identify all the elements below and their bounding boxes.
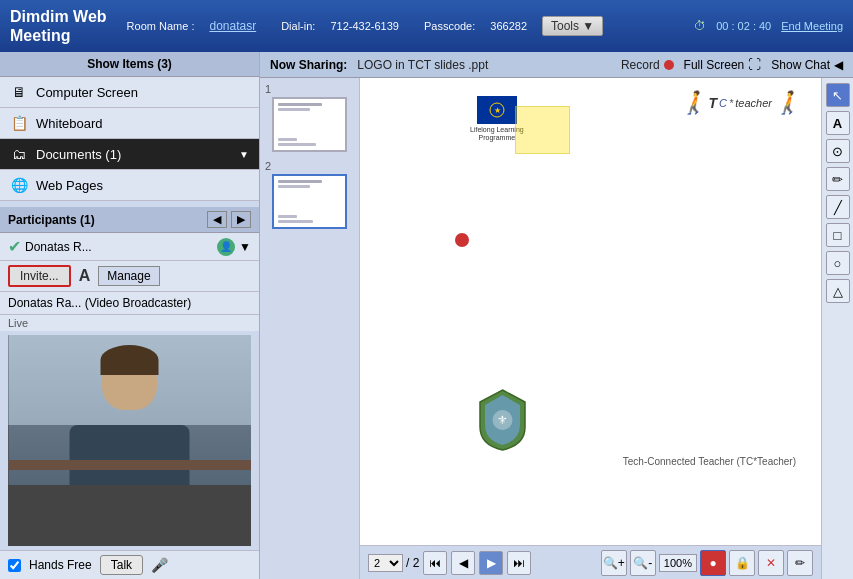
whiteboard-icon: 📋 (10, 114, 28, 132)
content-area: Now Sharing: LOGO in TCT slides .ppt Rec… (260, 52, 853, 579)
pencil-tool-button[interactable]: ✏ (826, 167, 850, 191)
monitor-icon: 🖥 (10, 83, 28, 101)
page-total: / 2 (406, 556, 419, 570)
slides-container: 1 2 (260, 78, 853, 579)
main-layout: Show Items (3) 🖥 Computer Screen 📋 White… (0, 52, 853, 579)
record-slide-button[interactable]: ● (700, 550, 726, 576)
passcode-label: Passcode: (424, 20, 475, 32)
timer-display: 00 : 02 : 40 (716, 20, 771, 32)
invite-label: Invite... (20, 269, 59, 283)
sidebar-item-whiteboard[interactable]: 📋 Whiteboard (0, 108, 259, 139)
video-section: Donatas Ra... (Video Broadcaster) Live (0, 292, 259, 579)
sidebar-item-label: Web Pages (36, 178, 103, 193)
header: Dimdim Web Meeting Room Name : donatasr … (0, 0, 853, 52)
bottom-right-tools: 🔍+ 🔍- 100% ● 🔒 ✕ ✏ (601, 550, 813, 576)
hands-free-row: Hands Free Talk 🎤 (0, 550, 259, 579)
select-tool-button[interactable]: ↖ (826, 83, 850, 107)
check-icon: ✔ (8, 237, 21, 256)
microphone-icon[interactable]: 🎤 (151, 557, 168, 573)
live-label: Live (0, 315, 259, 331)
thumbnail-2[interactable]: 2 (265, 160, 354, 229)
show-chat-button[interactable]: Show Chat ◀ (771, 58, 843, 72)
thumbnail-1[interactable]: 1 (265, 83, 354, 152)
rect-tool-button[interactable]: □ (826, 223, 850, 247)
circle-tool-button[interactable]: ○ (826, 251, 850, 275)
app-title-line2: Meeting (10, 27, 70, 44)
thumbnails-panel: 1 2 (260, 78, 360, 579)
right-toolbar: ↖ A ⊙ ✏ ╱ □ ○ △ (821, 78, 853, 579)
first-page-button[interactable]: ⏮ (423, 551, 447, 575)
participant-dropdown-icon[interactable]: ▼ (239, 240, 251, 254)
play-button[interactable]: ▶ (479, 551, 503, 575)
expand-icon: ▼ (239, 149, 249, 160)
participant-icons: 👤 ▼ (217, 238, 251, 256)
header-center: Room Name : donatasr Dial-in: 712-432-61… (127, 16, 675, 36)
page-selector: 2 1 / 2 (368, 554, 419, 572)
triangle-tool-button[interactable]: △ (826, 279, 850, 303)
thumb-num-1: 1 (265, 83, 271, 95)
participants-prev-button[interactable]: ◀ (207, 211, 227, 228)
zoom-in-button[interactable]: 🔍+ (601, 550, 627, 576)
slide-caption: Tech-Connected Teacher (TC*Teacher) (623, 456, 796, 467)
sidebar: Show Items (3) 🖥 Computer Screen 📋 White… (0, 52, 260, 579)
sharing-bar: Now Sharing: LOGO in TCT slides .ppt Rec… (260, 52, 853, 78)
app-title-line1: Dimdim Web (10, 8, 107, 25)
slide-canvas[interactable]: ★ Lifelong LearningProgramme 🚶 T C * tea… (360, 78, 821, 545)
sidebar-item-webpages[interactable]: 🌐 Web Pages (0, 170, 259, 201)
room-name-link[interactable]: donatasr (209, 19, 256, 33)
chat-arrow-icon: ◀ (834, 58, 843, 72)
talk-button[interactable]: Talk (100, 555, 143, 575)
room-name-label: Room Name : (127, 20, 195, 32)
sharing-filename: LOGO in TCT slides .ppt (357, 58, 611, 72)
font-size-indicator: A (79, 267, 91, 285)
now-sharing-label: Now Sharing: (270, 58, 347, 72)
prev-page-button[interactable]: ◀ (451, 551, 475, 575)
participants-header: Participants (1) ◀ ▶ (0, 207, 259, 233)
draw-slide-button[interactable]: ✏ (787, 550, 813, 576)
yellow-highlight (515, 106, 570, 154)
sidebar-item-documents[interactable]: 🗂 Documents (1) ▼ (0, 139, 259, 170)
svg-text:⚜: ⚜ (497, 413, 508, 427)
line-tool-button[interactable]: ╱ (826, 195, 850, 219)
hands-free-label: Hands Free (29, 558, 92, 572)
participant-row: ✔ Donatas R... 👤 ▼ (0, 233, 259, 261)
thumb-img-2 (272, 174, 347, 229)
participant-avatar: 👤 (217, 238, 235, 256)
tools-label: Tools (551, 19, 579, 33)
app-title: Dimdim Web Meeting (10, 7, 107, 45)
page-select[interactable]: 2 1 (368, 554, 403, 572)
fullscreen-button[interactable]: Full Screen ⛶ (684, 57, 762, 72)
fullscreen-icon: ⛶ (748, 57, 761, 72)
sidebar-item-computer-screen[interactable]: 🖥 Computer Screen (0, 77, 259, 108)
lock-slide-button[interactable]: 🔒 (729, 550, 755, 576)
zoom-out-button[interactable]: 🔍- (630, 550, 656, 576)
document-icon: 🗂 (10, 145, 28, 163)
text-tool-button[interactable]: A (826, 111, 850, 135)
manage-button[interactable]: Manage (98, 266, 159, 286)
last-page-button[interactable]: ⏭ (507, 551, 531, 575)
invite-button[interactable]: Invite... (8, 265, 71, 287)
bottom-toolbar: 2 1 / 2 ⏮ ◀ ▶ ⏭ 🔍+ 🔍- 100% ● 🔒 (360, 545, 821, 579)
sidebar-item-label: Documents (1) (36, 147, 121, 162)
participants-next-button[interactable]: ▶ (231, 211, 251, 228)
end-meeting-button[interactable]: End Meeting (781, 20, 843, 32)
video-broadcaster-label: Donatas Ra... (Video Broadcaster) (0, 292, 259, 315)
tc-teacher-logo: 🚶 T C * teacher 🚶 (680, 90, 802, 116)
show-items-header: Show Items (3) (0, 52, 259, 77)
talk-label: Talk (111, 558, 132, 572)
participants-label: Participants (1) (8, 213, 95, 227)
svg-text:★: ★ (493, 106, 500, 115)
hands-free-checkbox[interactable] (8, 559, 21, 572)
pointer-tool-button[interactable]: ⊙ (826, 139, 850, 163)
manage-label: Manage (107, 269, 150, 283)
fullscreen-label: Full Screen (684, 58, 745, 72)
zoom-label: 100% (659, 554, 697, 572)
record-label: Record (621, 58, 660, 72)
slide-crest: ⚜ (475, 387, 530, 455)
tools-button[interactable]: Tools ▼ (542, 16, 603, 36)
sidebar-item-label: Computer Screen (36, 85, 138, 100)
thumb-img-1 (272, 97, 347, 152)
slide-red-dot (455, 233, 469, 247)
record-button[interactable]: Record (621, 58, 674, 72)
clear-slide-button[interactable]: ✕ (758, 550, 784, 576)
